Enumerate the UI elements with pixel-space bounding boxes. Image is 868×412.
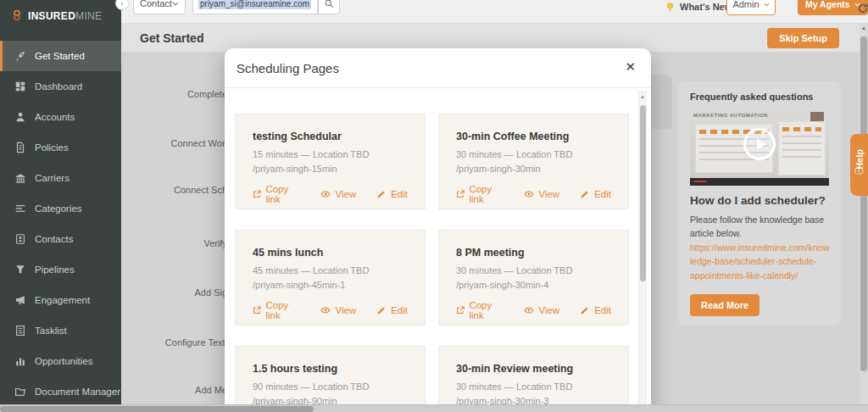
my-agents-label: My Agents	[805, 0, 850, 9]
sidebar: INSUREDMINE Get Started Dashboard Accoun…	[0, 0, 121, 412]
funnel-icon	[14, 264, 26, 276]
search-input-value: priyam_si@insureamine.com	[198, 0, 311, 9]
sidebar-item-get-started[interactable]: Get Started	[0, 41, 121, 71]
scheduling-card-meta: 45 minutes — Location TBD	[253, 265, 408, 276]
view-label: View	[335, 305, 356, 315]
pencil-icon	[580, 189, 590, 199]
app-window: Contact priyam_si@insureamine.com What's…	[0, 0, 868, 412]
scheduling-card-meta: 90 minutes — Location TBD	[253, 381, 408, 392]
collapse-glyph: ‹	[121, 0, 124, 8]
sidebar-item-document-manager[interactable]: Document Manager	[0, 376, 121, 407]
background-card-edge	[648, 75, 672, 129]
edit-label: Edit	[391, 189, 408, 199]
page-scrollbar[interactable]: ▲	[860, 24, 868, 404]
scheduling-card-slug: /priyam-singh-30min	[456, 164, 611, 174]
scheduling-pages-modal: Scheduling Pages ✕ testing Schedular 15 …	[225, 48, 651, 412]
horizontal-scrollbar-thumb[interactable]	[0, 406, 314, 412]
copy-link-button[interactable]: Copy link	[253, 300, 300, 320]
eye-icon	[320, 305, 331, 315]
scheduling-card-slug: /priyam-singh-15min	[253, 164, 408, 174]
document-icon	[14, 142, 26, 153]
scheduling-card-meta: 30 minutes — Location TBD	[456, 149, 611, 159]
contact-dropdown-label: Contact	[140, 0, 172, 8]
insuredmine-knot-icon	[11, 9, 23, 21]
search-icon	[324, 0, 334, 8]
copy-link-label: Copy link	[265, 300, 300, 320]
pencil-icon	[376, 189, 387, 199]
play-icon[interactable]	[743, 128, 776, 160]
view-button[interactable]: View	[524, 189, 559, 199]
scheduling-card-title: testing Schedular	[253, 131, 408, 142]
dashboard-icon	[14, 81, 26, 92]
skip-setup-button[interactable]: Skip Setup	[767, 28, 839, 48]
edit-button[interactable]: Edit	[580, 189, 611, 199]
scheduling-card: 30-min Review meeting 30 minutes — Locat…	[438, 346, 629, 412]
view-button[interactable]: View	[524, 305, 559, 315]
search-input[interactable]: priyam_si@insureamine.com	[192, 0, 318, 14]
help-tab[interactable]: ⓘHelp	[850, 134, 868, 196]
modal-title: Scheduling Pages	[236, 61, 339, 75]
modal-header: Scheduling Pages ✕	[225, 48, 651, 88]
faq-panel: Frequently asked questions MARKETING AUT…	[678, 81, 841, 326]
knowledge-base-link[interactable]: https://www.insuredmine.com/knowledge-ba…	[690, 241, 829, 283]
top-navbar: Contact priyam_si@insureamine.com What's…	[121, 0, 868, 24]
contact-dropdown[interactable]: Contact	[133, 0, 186, 14]
horizontal-scrollbar[interactable]	[0, 404, 868, 412]
scheduling-card-title: 30-min Review meeting	[456, 363, 611, 375]
view-button[interactable]: View	[320, 189, 356, 199]
view-button[interactable]: View	[320, 305, 356, 315]
sidebar-item-contacts[interactable]: Contacts	[0, 224, 121, 254]
scheduling-card-title: 1.5 hours testing	[253, 363, 408, 375]
whats-new-button[interactable]: What's New	[665, 1, 732, 13]
search-button[interactable]	[318, 0, 340, 14]
faq-video-thumbnail[interactable]: MARKETING AUTOMATION	[690, 110, 829, 186]
modal-body: testing Schedular 15 minutes — Location …	[225, 88, 651, 412]
bg-step-label: Connect Sch	[174, 185, 227, 195]
copy-link-label: Copy link	[469, 184, 504, 204]
sidebar-item-label: Opportunities	[35, 356, 92, 366]
sidebar-item-label: Categories	[35, 203, 82, 214]
rocket-icon	[14, 50, 26, 62]
edit-label: Edit	[594, 189, 611, 199]
sidebar-item-dashboard[interactable]: Dashboard	[0, 71, 121, 102]
modal-scrollbar[interactable]: ▲ ▼	[638, 91, 647, 412]
edit-button[interactable]: Edit	[580, 305, 611, 315]
sidebar-item-pipelines[interactable]: Pipelines	[0, 254, 121, 285]
sidebar-item-engagement[interactable]: Engagement	[0, 285, 121, 315]
edit-button[interactable]: Edit	[376, 189, 408, 199]
bg-step-label: Connect Worl	[171, 138, 227, 148]
sidebar-item-tasklist[interactable]: Tasklist	[0, 315, 121, 346]
sidebar-item-label: Tasklist	[35, 326, 67, 336]
sidebar-item-policies[interactable]: Policies	[0, 132, 121, 163]
close-icon[interactable]: ✕	[625, 59, 636, 75]
modal-scrollbar-thumb[interactable]	[640, 105, 646, 281]
edit-label: Edit	[594, 305, 611, 315]
read-more-button[interactable]: Read More	[690, 294, 760, 316]
chevron-down-icon	[172, 2, 179, 6]
sidebar-item-categories[interactable]: Categories	[0, 193, 121, 224]
faq-body-text: Please follow the knowledge base article…	[690, 213, 829, 241]
view-label: View	[538, 189, 559, 199]
scheduling-card: testing Schedular 15 minutes — Location …	[235, 114, 426, 209]
sidebar-item-label: Document Manager	[35, 387, 120, 397]
scheduling-card-title: 45 mins lunch	[253, 247, 408, 259]
sidebar-item-label: Carriers	[35, 173, 70, 183]
edit-button[interactable]: Edit	[376, 305, 408, 315]
copy-link-label: Copy link	[469, 300, 504, 320]
scheduling-card-slug: /priyam-singh-30min-4	[456, 280, 611, 290]
copy-link-button[interactable]: Copy link	[456, 300, 504, 320]
admin-dropdown[interactable]: Admin	[726, 0, 776, 15]
video-title: MARKETING AUTOMATION	[693, 113, 768, 118]
sidebar-item-opportunities[interactable]: Opportunities	[0, 346, 121, 376]
scheduling-card: 8 PM meeting 30 minutes — Location TBD /…	[438, 230, 629, 326]
page-title: Get Started	[140, 31, 203, 45]
page-scrollbar-thumb[interactable]	[860, 36, 867, 371]
refresh-icon[interactable]	[857, 3, 868, 14]
info-icon: ⓘ	[854, 172, 865, 181]
copy-link-icon	[253, 189, 261, 199]
pencil-icon	[376, 305, 387, 315]
sidebar-item-carriers[interactable]: Carriers	[0, 163, 121, 193]
sidebar-item-accounts[interactable]: Accounts	[0, 102, 121, 132]
copy-link-button[interactable]: Copy link	[456, 184, 504, 204]
copy-link-button[interactable]: Copy link	[253, 184, 300, 204]
